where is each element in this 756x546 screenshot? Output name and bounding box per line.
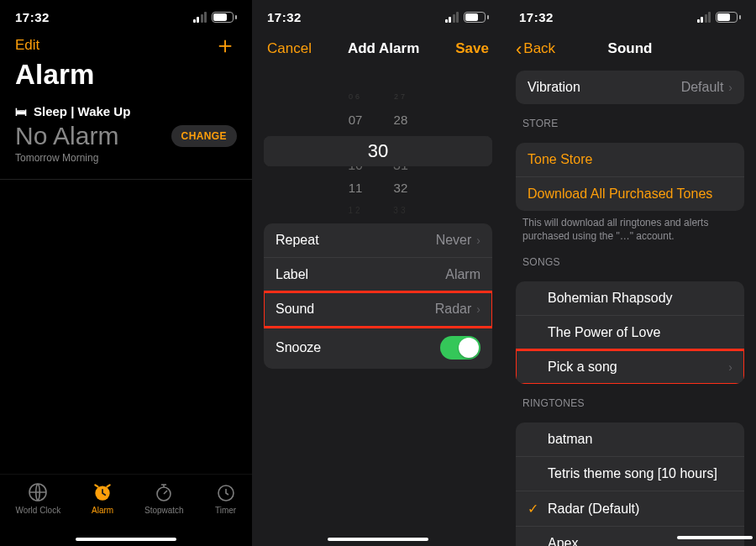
repeat-label: Repeat bbox=[276, 233, 319, 248]
label-label: Label bbox=[276, 267, 308, 282]
status-bar: 17:32 64 bbox=[0, 0, 252, 34]
edit-button[interactable]: Edit bbox=[15, 37, 39, 54]
battery-icon: 64 bbox=[212, 12, 237, 23]
ringtones-header: RINGTONES bbox=[504, 384, 756, 414]
vibration-label: Vibration bbox=[528, 80, 580, 95]
page-title: Alarm bbox=[0, 55, 252, 99]
pick-song-label: Pick a song bbox=[548, 360, 617, 375]
song-row[interactable]: Bohemian Rhapsody bbox=[516, 281, 744, 316]
tab-bar: World Clock Alarm Stopwatch Timer bbox=[0, 474, 252, 546]
status-bar: 17:32 63 bbox=[252, 0, 504, 34]
store-footnote: This will download all ringtones and ale… bbox=[504, 211, 756, 243]
save-button[interactable]: Save bbox=[455, 40, 489, 57]
change-button[interactable]: CHANGE bbox=[171, 125, 237, 147]
signal-icon bbox=[697, 12, 711, 23]
time-picker[interactable]: 06 07 08 09 10 11 12 27 28 29 30 31 32 3… bbox=[264, 86, 492, 212]
stopwatch-icon bbox=[153, 481, 175, 503]
tab-world-clock[interactable]: World Clock bbox=[15, 481, 60, 515]
alarm-clock-icon bbox=[92, 481, 113, 503]
vibration-row[interactable]: Vibration Default› bbox=[516, 71, 744, 104]
sleep-section-header: 🛏 Sleep | Wake Up bbox=[15, 104, 237, 118]
status-time: 17:32 bbox=[15, 10, 50, 24]
bed-icon: 🛏 bbox=[15, 105, 27, 118]
status-bar: 17:32 63 bbox=[504, 0, 756, 34]
ringtone-label: batman bbox=[548, 432, 592, 447]
vibration-value: Default bbox=[681, 80, 724, 95]
store-group: Tone Store Download All Purchased Tones bbox=[516, 143, 744, 211]
sound-value: Radar bbox=[435, 302, 472, 317]
chevron-right-icon: › bbox=[476, 302, 480, 316]
ringtone-label: Apex bbox=[548, 536, 578, 546]
pick-a-song-row[interactable]: Pick a song› bbox=[516, 350, 744, 384]
signal-icon bbox=[193, 12, 207, 23]
home-indicator[interactable] bbox=[76, 538, 176, 541]
modal-title: Add Alarm bbox=[348, 40, 419, 57]
minute-column[interactable]: 27 28 29 30 31 32 33 bbox=[393, 86, 408, 212]
screen-sound: 17:32 63 ‹Back Sound Vibration Default› … bbox=[504, 0, 756, 546]
home-indicator[interactable] bbox=[328, 538, 428, 541]
chevron-right-icon: › bbox=[476, 234, 480, 247]
songs-group: Bohemian Rhapsody The Power of Love Pick… bbox=[516, 281, 744, 384]
home-indicator[interactable] bbox=[677, 536, 753, 539]
status-time: 17:32 bbox=[267, 10, 302, 24]
songs-header: SONGS bbox=[504, 243, 756, 273]
label-row[interactable]: Label Alarm bbox=[264, 258, 492, 292]
song-row[interactable]: The Power of Love bbox=[516, 316, 744, 350]
cancel-button[interactable]: Cancel bbox=[267, 40, 312, 57]
ringtone-label: Tetris theme song [10 hours] bbox=[548, 466, 717, 481]
no-alarm-label: No Alarm bbox=[15, 122, 118, 150]
download-all-row[interactable]: Download All Purchased Tones bbox=[516, 177, 744, 211]
sound-row[interactable]: Sound Radar› bbox=[264, 292, 492, 327]
repeat-value: Never bbox=[436, 233, 472, 248]
tone-store-row[interactable]: Tone Store bbox=[516, 143, 744, 177]
repeat-row[interactable]: Repeat Never› bbox=[264, 223, 492, 258]
ringtones-group: batman Tetris theme song [10 hours] ✓Rad… bbox=[516, 423, 744, 546]
tab-alarm[interactable]: Alarm bbox=[92, 481, 113, 515]
globe-icon bbox=[27, 481, 49, 503]
signal-icon bbox=[445, 12, 459, 23]
status-time: 17:32 bbox=[519, 10, 554, 24]
tab-timer[interactable]: Timer bbox=[215, 481, 237, 515]
divider bbox=[0, 179, 252, 180]
snooze-row: Snooze bbox=[264, 327, 492, 369]
sound-label: Sound bbox=[276, 302, 314, 317]
screen-add-alarm: 17:32 63 Cancel Add Alarm Save 06 07 08 … bbox=[252, 0, 504, 546]
alarm-options-group: Repeat Never› Label Alarm Sound Radar› S… bbox=[264, 223, 492, 369]
snooze-toggle[interactable] bbox=[440, 336, 480, 360]
timer-icon bbox=[215, 481, 237, 503]
ringtone-row[interactable]: Tetris theme song [10 hours] bbox=[516, 457, 744, 491]
battery-icon: 63 bbox=[716, 12, 741, 23]
song-label: The Power of Love bbox=[548, 325, 660, 340]
add-alarm-button[interactable]: ＋ bbox=[213, 37, 237, 54]
chevron-left-icon: ‹ bbox=[516, 42, 522, 56]
store-header: STORE bbox=[504, 104, 756, 134]
tomorrow-label: Tomorrow Morning bbox=[0, 152, 252, 172]
screen-alarm-list: 17:32 64 Edit ＋ Alarm 🛏 Sleep | Wake Up … bbox=[0, 0, 252, 546]
ringtone-label: Radar (Default) bbox=[548, 501, 639, 517]
tab-stopwatch[interactable]: Stopwatch bbox=[144, 481, 184, 515]
vibration-group: Vibration Default› bbox=[516, 71, 744, 104]
chevron-right-icon: › bbox=[728, 81, 732, 94]
checkmark-icon: ✓ bbox=[528, 501, 548, 517]
sleep-section-label: Sleep | Wake Up bbox=[34, 104, 130, 118]
label-value: Alarm bbox=[445, 267, 480, 282]
back-button[interactable]: ‹Back bbox=[516, 40, 555, 57]
snooze-label: Snooze bbox=[276, 340, 321, 355]
battery-icon: 63 bbox=[464, 12, 489, 23]
ringtone-row[interactable]: ✓Radar (Default) bbox=[516, 491, 744, 527]
chevron-right-icon: › bbox=[728, 360, 732, 374]
ringtone-row[interactable]: batman bbox=[516, 423, 744, 457]
song-label: Bohemian Rhapsody bbox=[548, 291, 673, 306]
